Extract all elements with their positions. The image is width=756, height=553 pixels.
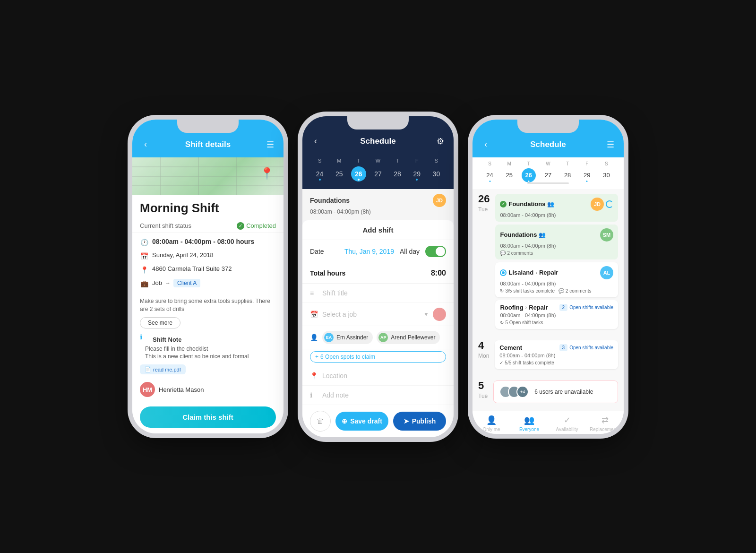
color-swatch	[433, 308, 446, 321]
cal-date-26[interactable]: 26	[351, 166, 366, 181]
note-icon: ℹ	[310, 391, 318, 399]
people-icon-2: 👥	[539, 232, 546, 238]
assignees-row: 👤 EA Em Assinder AP Arend Pellewever	[302, 326, 454, 349]
shift-card-foundations-1[interactable]: ✓ Foundations 👥 JD 08:00am - 04:00pm (8h…	[495, 194, 618, 222]
unavailable-card: +4 6 users are unavailable	[493, 380, 618, 403]
assignee-name-1: Em Assinder	[336, 334, 368, 341]
cal-date-30[interactable]: 30	[429, 166, 444, 181]
tasks-icon-2: ↻	[500, 320, 504, 325]
shift-status-value: ✓ Completed	[237, 222, 276, 230]
lines-icon: ≡	[310, 289, 318, 297]
chevron-down-icon: ▼	[423, 311, 429, 318]
menu-button-1[interactable]: ☰	[265, 139, 276, 150]
day-name-4: Mon	[478, 353, 489, 359]
people-icon: 👤	[310, 334, 318, 341]
date-label: Date	[310, 248, 324, 255]
location-input[interactable]: Location	[322, 372, 446, 380]
p3-cal-26[interactable]: 26	[522, 168, 536, 182]
day-f: F	[409, 158, 424, 164]
assignee-chip-2: AP Arend Pellewever	[377, 331, 440, 344]
back-button-3[interactable]: ‹	[480, 139, 491, 150]
delete-button[interactable]: 🗑	[310, 411, 331, 432]
see-more-button[interactable]: See more	[140, 317, 180, 328]
nav-availability[interactable]: ✓ Availability	[548, 415, 586, 432]
address-info: 4860 Carmela Trail Suite 372	[152, 265, 232, 272]
briefcase-icon: 💼	[140, 279, 148, 288]
note-line1: Please fill in the checklist	[145, 345, 249, 353]
shift-title-input[interactable]: Shift title	[322, 289, 446, 297]
day-section-26: 26 Tue ✓ Foundations 👥	[472, 190, 624, 337]
day-t1: T	[351, 158, 366, 164]
phone1-title: Shift details	[151, 140, 265, 149]
shift-card-lisaland[interactable]: Lisaland › Repair AL 08:00am - 04:00pm (…	[495, 262, 618, 297]
total-hours-row: Total hours 8:00	[302, 263, 454, 284]
p3-cal-24[interactable]: 24	[483, 168, 497, 182]
phone-add-shift: ‹ Schedule ⚙ S M T W T F S 24 25 26 27 2…	[302, 116, 454, 437]
shift-avatar-3: AL	[600, 266, 613, 279]
phone1-content: 📍 Morning Shift Current shift status ✓ C…	[132, 157, 284, 433]
day-name-26: Tue	[478, 206, 490, 213]
cal-date-24[interactable]: 24	[312, 166, 327, 181]
shift-title-area: Morning Shift	[132, 195, 284, 219]
shift-avatar-1: JD	[591, 198, 604, 211]
cal-date-27[interactable]: 27	[370, 166, 386, 181]
shift-card-foundations-2[interactable]: Foundations 👥 SM 08:00am - 04:00pm (8h) …	[495, 225, 618, 259]
job-arrow: →	[165, 280, 171, 286]
p3-cal-30[interactable]: 30	[599, 168, 613, 182]
nav-replacements[interactable]: ⇄ Replacements	[586, 415, 624, 432]
p3-cal-25[interactable]: 25	[502, 168, 516, 182]
cal-dates-light: 24 25 26 27 28 29 30	[480, 168, 616, 182]
open-spots-chip[interactable]: + 6 Open spots to claim	[310, 351, 446, 363]
unavail-avatars: +4	[499, 386, 531, 398]
p3-cal-27[interactable]: 27	[541, 168, 555, 182]
job-label: Job	[152, 279, 162, 286]
arrow-icon-2: ›	[525, 304, 527, 310]
save-draft-button[interactable]: ⊕ Save draft	[335, 412, 388, 431]
phone-shift-details: ‹ Shift details ☰ 📍	[132, 120, 284, 433]
cal-days-light: S M T W T F S	[480, 161, 616, 166]
back-button-1[interactable]: ‹	[140, 139, 151, 150]
date-value[interactable]: Thu, Jan 9, 2019	[344, 248, 394, 255]
shift-time-foundations-2: 08:00am - 04:00pm (8h)	[500, 243, 613, 249]
assignee-avatar: HM	[140, 382, 155, 397]
shift-status-row: Current shift status ✓ Completed	[132, 219, 284, 233]
calendar-icon: 📅	[140, 252, 148, 260]
select-job-row[interactable]: 📅 Select a job ▼	[302, 303, 454, 326]
cal-date-28[interactable]: 28	[390, 166, 405, 181]
calendar-strip-dark: S M T W T F S 24 25 26 27 28 29 30	[302, 154, 454, 189]
nav-only-me[interactable]: 👤 Only me	[472, 415, 510, 432]
day-t2: T	[390, 158, 405, 164]
assignee-row: HM Henrietta Mason	[132, 378, 284, 401]
location-row: 📍 Location	[302, 366, 454, 386]
shift-card-cement[interactable]: Cement 3 Open shifts available 08:00am -…	[495, 340, 618, 369]
allday-toggle[interactable]	[425, 246, 446, 257]
refresh-icon-1	[606, 200, 613, 208]
nav-everyone[interactable]: 👥 Everyone	[510, 415, 548, 432]
unavail-count: +4	[516, 386, 529, 398]
only-me-icon: 👤	[486, 415, 497, 425]
clock-icon: 🕐	[140, 238, 148, 247]
scroll-indicator	[527, 182, 569, 184]
cal-date-25[interactable]: 25	[332, 166, 347, 181]
gear-button-2[interactable]: ⚙	[435, 136, 446, 147]
shift-time-cement: 08:00am - 04:00pm (8h)	[499, 353, 613, 358]
availability-label: Availability	[556, 427, 578, 432]
pdf-attachment[interactable]: 📄 read me.pdf	[140, 364, 186, 374]
cal-date-29[interactable]: 29	[409, 166, 424, 181]
shifts-col-4: Cement 3 Open shifts available 08:00am -…	[495, 340, 618, 369]
shift-card-roofing[interactable]: Roofing › Repair 2 Open shifts available…	[495, 300, 618, 329]
back-button-2[interactable]: ‹	[310, 136, 321, 147]
shift-avatar-2: SM	[600, 228, 613, 242]
day-section-5: 5 Tue +4 6 users are unavailable	[472, 377, 624, 411]
p3-cal-29[interactable]: 29	[580, 168, 594, 182]
save-draft-icon: ⊕	[342, 417, 347, 425]
menu-button-3[interactable]: ☰	[605, 139, 616, 150]
publish-button[interactable]: ➤ Publish	[393, 412, 446, 431]
total-hours-label: Total hours	[310, 269, 345, 277]
claim-shift-button[interactable]: Claim this shift	[140, 406, 276, 428]
comment-icon-1: 💬	[500, 251, 506, 256]
p3-cal-28[interactable]: 28	[560, 168, 575, 182]
note-preview: Make sure to bring some extra tools supp…	[132, 297, 284, 313]
add-note-input[interactable]: Add note	[322, 391, 446, 399]
tasks-chip-2: ↻ 5 Open shift tasks	[500, 320, 543, 325]
